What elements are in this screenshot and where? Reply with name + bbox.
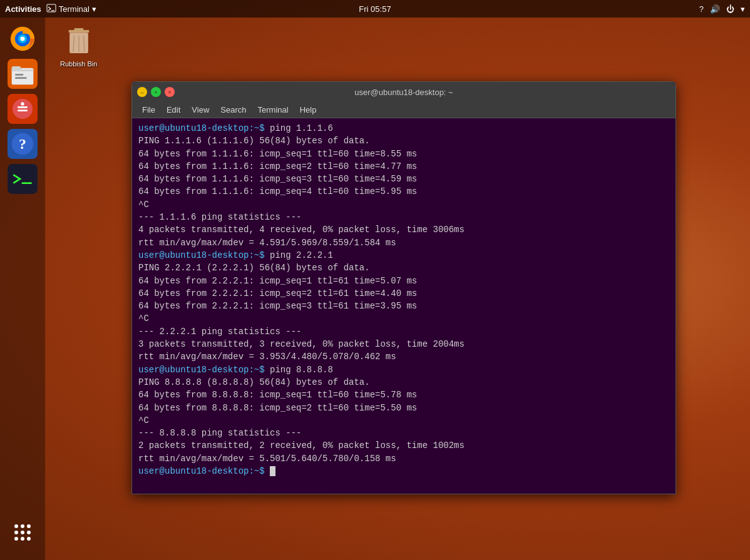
terminal-line: PING 1.1.1.6 (1.1.1.6) 56(84) bytes of d… bbox=[138, 135, 669, 147]
svg-rect-10 bbox=[18, 106, 28, 108]
svg-text:?: ? bbox=[19, 136, 26, 152]
terminal-line: 64 bytes from 1.1.1.6: icmp_seq=1 ttl=60… bbox=[138, 148, 669, 160]
command-text: ping 1.1.1.6 bbox=[265, 123, 333, 133]
firefox-dock-icon[interactable] bbox=[8, 24, 38, 54]
search-menu[interactable]: Search bbox=[215, 104, 251, 116]
terminal-line: rtt min/avg/max/mdev = 3.953/4.480/5.078… bbox=[138, 350, 669, 363]
terminal-body[interactable]: user@ubuntu18-desktop:~$ ping 1.1.1.6PIN… bbox=[132, 118, 676, 494]
svg-point-18 bbox=[21, 524, 24, 528]
app-dock: ? bbox=[0, 18, 45, 560]
rubbish-bin-label: Rubbish Bin bbox=[60, 60, 97, 68]
svg-point-17 bbox=[14, 524, 18, 528]
svg-point-20 bbox=[14, 531, 18, 534]
terminal-line: ^C bbox=[138, 414, 669, 427]
terminal-line: rtt min/avg/max/mdev = 4.591/5.969/8.559… bbox=[138, 237, 669, 249]
show-applications-button[interactable] bbox=[8, 517, 38, 547]
terminal-line: ^C bbox=[138, 312, 669, 325]
prompt-text: user@ubuntu18-desktop:~$ bbox=[138, 466, 270, 476]
terminal-line: rtt min/avg/max/mdev = 5.501/5.640/5.780… bbox=[138, 452, 669, 465]
window-controls: – + × bbox=[137, 87, 175, 97]
terminal-window-title: user@ubuntu18-desktop: ~ bbox=[354, 88, 453, 97]
maximize-button[interactable]: + bbox=[151, 87, 161, 97]
terminal-line: PING 2.2.2.1 (2.2.2.1) 56(84) bytes of d… bbox=[138, 262, 669, 274]
terminal-line: PING 8.8.8.8 (8.8.8.8) 56(84) bytes of d… bbox=[138, 376, 669, 389]
help-dock-icon[interactable]: ? bbox=[8, 129, 38, 159]
system-menu-arrow[interactable]: ▾ bbox=[741, 4, 745, 14]
terminal-line: user@ubuntu18-desktop:~$ ping 1.1.1.6 bbox=[138, 122, 669, 135]
terminal-line: 64 bytes from 8.8.8.8: icmp_seq=1 ttl=60… bbox=[138, 389, 669, 401]
topbar: Activities Terminal ▾ Fri 05:57 ? 🔊 ⏻ ▾ bbox=[0, 0, 750, 18]
terminal-line: user@ubuntu18-desktop:~$ ping 8.8.8.8 bbox=[138, 364, 669, 376]
view-menu[interactable]: View bbox=[187, 104, 214, 116]
grid-icon bbox=[11, 521, 34, 544]
files-dock-icon[interactable] bbox=[8, 59, 38, 89]
terminal-menu[interactable]: Terminal bbox=[253, 104, 294, 116]
terminal-line: user@ubuntu18-desktop:~$ ping 2.2.2.1 bbox=[138, 249, 669, 262]
power-icon[interactable]: ⏻ bbox=[726, 4, 734, 14]
terminal-dock-icon[interactable] bbox=[8, 164, 38, 194]
terminal-line: 64 bytes from 8.8.8.8: icmp_seq=2 ttl=60… bbox=[138, 402, 669, 414]
desktop: Activities Terminal ▾ Fri 05:57 ? 🔊 ⏻ ▾ bbox=[0, 0, 750, 560]
files-icon bbox=[10, 61, 35, 86]
close-button[interactable]: × bbox=[165, 87, 175, 97]
svg-point-24 bbox=[21, 537, 24, 541]
edit-menu[interactable]: Edit bbox=[162, 104, 185, 116]
system-tray: ? 🔊 ⏻ ▾ bbox=[699, 4, 745, 14]
terminal-line: --- 1.1.1.6 ping statistics --- bbox=[138, 211, 669, 223]
terminal-line: 64 bytes from 1.1.1.6: icmp_seq=2 ttl=60… bbox=[138, 160, 669, 173]
terminal-line: 64 bytes from 2.2.2.1: icmp_seq=2 ttl=61… bbox=[138, 287, 669, 300]
ubuntu-software-icon bbox=[10, 96, 35, 121]
svg-rect-27 bbox=[74, 28, 83, 31]
firefox-icon bbox=[10, 26, 35, 51]
svg-point-12 bbox=[21, 102, 24, 105]
svg-point-9 bbox=[13, 99, 33, 119]
terminal-line: ^C bbox=[138, 198, 669, 211]
terminal-line: 3 packets transmitted, 3 received, 0% pa… bbox=[138, 338, 669, 350]
svg-rect-8 bbox=[15, 77, 27, 79]
terminal-line: 4 packets transmitted, 4 received, 0% pa… bbox=[138, 223, 669, 236]
terminal-line: 2 packets transmitted, 2 received, 0% pa… bbox=[138, 439, 669, 452]
svg-rect-7 bbox=[15, 74, 23, 76]
svg-point-19 bbox=[27, 524, 31, 528]
terminal-menu-button[interactable]: Terminal ▾ bbox=[46, 4, 96, 14]
terminal-menubar: File Edit View Search Terminal Help bbox=[132, 102, 676, 118]
prompt-text: user@ubuntu18-desktop:~$ bbox=[138, 123, 265, 133]
svg-point-5 bbox=[21, 37, 25, 41]
terminal-dropdown-arrow: ▾ bbox=[92, 4, 96, 14]
volume-icon[interactable]: 🔊 bbox=[710, 4, 720, 14]
terminal-line: 64 bytes from 1.1.1.6: icmp_seq=3 ttl=60… bbox=[138, 173, 669, 185]
terminal-icon bbox=[46, 4, 56, 14]
cursor bbox=[270, 466, 275, 476]
trash-bin-icon bbox=[63, 26, 95, 59]
svg-point-23 bbox=[14, 537, 18, 541]
help-menu[interactable]: Help bbox=[295, 104, 322, 116]
terminal-titlebar: – + × user@ubuntu18-desktop: ~ bbox=[132, 82, 676, 102]
prompt-text: user@ubuntu18-desktop:~$ bbox=[138, 250, 265, 260]
terminal-line: 64 bytes from 2.2.2.1: icmp_seq=3 ttl=61… bbox=[138, 300, 669, 312]
terminal-app-name: Terminal bbox=[59, 4, 90, 14]
terminal-line: 64 bytes from 2.2.2.1: icmp_seq=1 ttl=61… bbox=[138, 275, 669, 287]
terminal-line: --- 2.2.2.1 ping statistics --- bbox=[138, 325, 669, 338]
svg-point-25 bbox=[27, 537, 31, 541]
svg-rect-11 bbox=[18, 109, 28, 111]
help-icon: ? bbox=[10, 131, 35, 156]
help-tray-icon[interactable]: ? bbox=[699, 4, 704, 14]
terminal-window: – + × user@ubuntu18-desktop: ~ File Edit… bbox=[131, 81, 676, 494]
datetime-display: Fri 05:57 bbox=[359, 4, 391, 14]
command-text: ping 8.8.8.8 bbox=[265, 365, 333, 375]
minimize-button[interactable]: – bbox=[137, 87, 147, 97]
dock-bottom bbox=[0, 517, 45, 547]
terminal-line: user@ubuntu18-desktop:~$ bbox=[138, 465, 669, 477]
prompt-text: user@ubuntu18-desktop:~$ bbox=[138, 365, 265, 375]
svg-rect-15 bbox=[11, 168, 34, 190]
command-text: ping 2.2.2.1 bbox=[265, 250, 333, 260]
activities-button[interactable]: Activities bbox=[5, 4, 41, 14]
rubbish-bin-icon[interactable]: Rubbish Bin bbox=[60, 26, 97, 68]
terminal-line: --- 8.8.8.8 ping statistics --- bbox=[138, 427, 669, 439]
svg-point-21 bbox=[21, 531, 24, 534]
file-menu[interactable]: File bbox=[137, 104, 160, 116]
terminal-line: 64 bytes from 1.1.1.6: icmp_seq=4 ttl=60… bbox=[138, 185, 669, 198]
terminal-app-icon bbox=[10, 166, 35, 191]
ubuntu-software-dock-icon[interactable] bbox=[8, 94, 38, 124]
svg-point-22 bbox=[27, 531, 31, 534]
